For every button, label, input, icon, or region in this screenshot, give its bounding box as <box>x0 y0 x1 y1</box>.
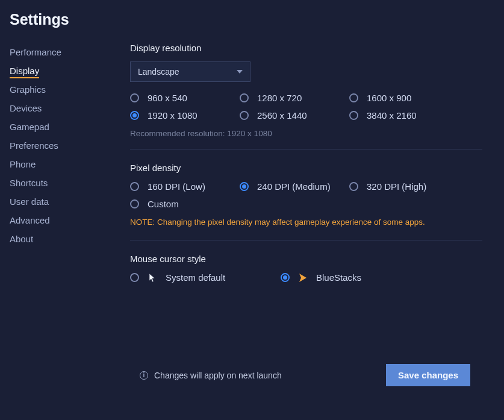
footer-info-text: Changes will apply on next launch <box>154 371 282 380</box>
sidebar-item-devices[interactable]: Devices <box>10 99 130 118</box>
radio-icon <box>130 273 139 282</box>
main-content: Display resolution Landscape 960 x 540 1… <box>130 43 504 283</box>
cursor-bluestacks-icon <box>298 273 308 283</box>
sidebar-item-gamepad[interactable]: Gamepad <box>10 118 130 136</box>
dpi-option-240[interactable]: 240 DPI (Medium) <box>240 181 349 192</box>
info-icon: i <box>140 371 148 380</box>
recommended-resolution-text: Recommended resolution: 1920 x 1080 <box>130 129 482 138</box>
sidebar-item-display[interactable]: Display <box>10 61 130 80</box>
radio-icon <box>130 182 139 191</box>
save-changes-button[interactable]: Save changes <box>386 364 470 386</box>
sidebar-item-label: Shortcuts <box>10 178 48 188</box>
radio-label: 2560 x 1440 <box>257 110 307 121</box>
dpi-option-custom[interactable]: Custom <box>130 199 240 209</box>
sidebar-item-label: Phone <box>10 159 36 169</box>
dpi-option-320[interactable]: 320 DPI (High) <box>349 181 459 192</box>
resolution-option-1600x900[interactable]: 1600 x 900 <box>349 93 459 103</box>
sidebar-item-label: User data <box>10 196 49 207</box>
footer: i Changes will apply on next launch Save… <box>140 364 470 386</box>
sidebar-item-label: Advanced <box>10 215 50 225</box>
resolution-option-3840x2160[interactable]: 3840 x 2160 <box>349 110 459 121</box>
radio-label: Custom <box>148 199 179 209</box>
resolution-option-2560x1440[interactable]: 2560 x 1440 <box>240 110 349 121</box>
sidebar-item-label: About <box>10 234 33 244</box>
dpi-option-160[interactable]: 160 DPI (Low) <box>130 181 240 192</box>
radio-icon <box>130 111 139 120</box>
radio-label: BlueStacks <box>316 272 361 283</box>
radio-icon <box>130 199 139 208</box>
cursor-style-title: Mouse cursor style <box>130 254 482 264</box>
chevron-down-icon <box>237 70 243 74</box>
sidebar-item-about[interactable]: About <box>10 230 130 248</box>
sidebar-item-user-data[interactable]: User data <box>10 192 130 211</box>
radio-icon <box>349 93 358 102</box>
sidebar-item-shortcuts[interactable]: Shortcuts <box>10 174 130 192</box>
radio-label: 1280 x 720 <box>257 93 302 103</box>
page-title: Settings <box>0 0 504 43</box>
sidebar-item-label: Performance <box>10 47 61 57</box>
radio-label: 1920 x 1080 <box>148 110 198 121</box>
resolution-option-960x540[interactable]: 960 x 540 <box>130 93 240 103</box>
sidebar: Performance Display Graphics Devices Gam… <box>0 43 130 283</box>
divider <box>130 240 482 240</box>
sidebar-item-performance[interactable]: Performance <box>10 43 130 61</box>
resolution-option-1280x720[interactable]: 1280 x 720 <box>240 93 349 103</box>
sidebar-item-label: Devices <box>10 103 42 113</box>
radio-label: 160 DPI (Low) <box>148 181 205 192</box>
radio-icon <box>240 182 249 191</box>
sidebar-item-label: Display <box>10 66 39 78</box>
cursor-default-icon <box>148 273 157 283</box>
radio-label: 240 DPI (Medium) <box>257 181 331 192</box>
sidebar-item-phone[interactable]: Phone <box>10 155 130 174</box>
radio-icon <box>281 273 290 282</box>
sidebar-item-label: Gamepad <box>10 122 49 132</box>
radio-label: 320 DPI (High) <box>367 181 426 192</box>
radio-label: System default <box>166 272 225 283</box>
cursor-option-bluestacks[interactable]: BlueStacks <box>281 272 431 283</box>
radio-icon <box>130 93 139 102</box>
sidebar-item-graphics[interactable]: Graphics <box>10 80 130 99</box>
radio-icon <box>240 93 249 102</box>
sidebar-item-advanced[interactable]: Advanced <box>10 211 130 230</box>
radio-label: 3840 x 2160 <box>367 110 417 121</box>
orientation-selected-value: Landscape <box>138 67 179 77</box>
cursor-option-system-default[interactable]: System default <box>130 272 281 283</box>
radio-icon <box>349 111 358 120</box>
pixel-density-title: Pixel density <box>130 163 482 173</box>
radio-label: 960 x 540 <box>148 93 187 103</box>
radio-icon <box>349 182 358 191</box>
sidebar-item-preferences[interactable]: Preferences <box>10 136 130 155</box>
sidebar-item-label: Graphics <box>10 84 46 95</box>
resolution-title: Display resolution <box>130 43 482 53</box>
radio-label: 1600 x 900 <box>367 93 411 103</box>
resolution-option-1920x1080[interactable]: 1920 x 1080 <box>130 110 240 121</box>
pixel-density-note: NOTE: Changing the pixel density may aff… <box>130 218 482 227</box>
sidebar-item-label: Preferences <box>10 140 58 151</box>
orientation-select[interactable]: Landscape <box>130 61 250 82</box>
radio-icon <box>240 111 249 120</box>
divider <box>130 149 482 149</box>
